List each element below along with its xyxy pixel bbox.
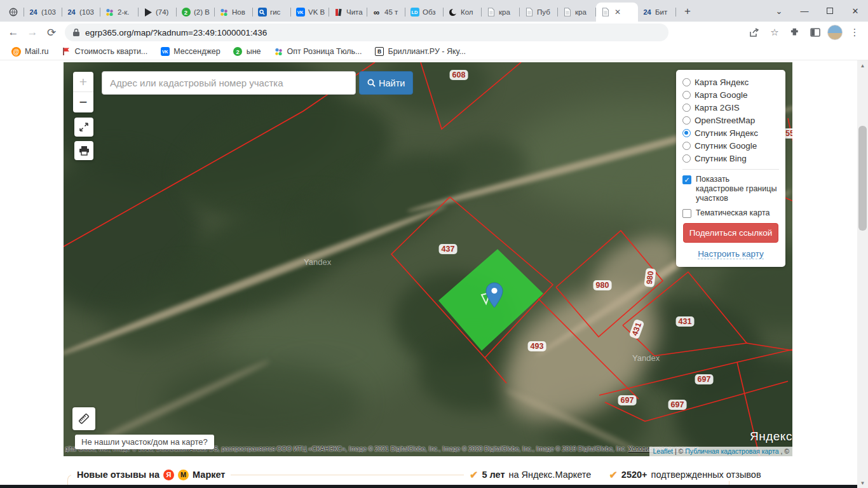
browser-tab[interactable]: кра <box>482 3 520 22</box>
scroll-down-icon[interactable]: ▼ <box>857 478 868 488</box>
base-layer-option[interactable]: Спутник Bing <box>682 152 779 165</box>
browser-tab[interactable]: Кол <box>444 3 482 22</box>
tab-label: (103 <box>41 8 58 16</box>
bookmark-label: Бриллиант.РУ - Яку... <box>388 47 466 56</box>
browser-tab[interactable]: 2-к. <box>100 3 139 22</box>
bookmark-label: ыне <box>247 47 261 56</box>
dots-favicon-icon <box>105 8 114 17</box>
browser-tab[interactable]: LDОбз <box>405 3 444 22</box>
market-label: Маркет <box>193 470 225 480</box>
scroll-up-icon[interactable]: ▲ <box>857 60 868 71</box>
browser-tab[interactable]: Пуб <box>520 3 558 22</box>
browser-tab[interactable]: ∞45 т <box>367 3 405 22</box>
base-layer-option[interactable]: Карта Google <box>682 88 779 101</box>
profile-avatar[interactable] <box>827 25 843 40</box>
browser-tab[interactable]: (74) <box>139 3 177 22</box>
kadastr-link[interactable]: Публичная кадастровая карта <box>685 447 778 455</box>
page-scrollbar[interactable]: ▲ ▼ <box>857 60 868 488</box>
doc-favicon-icon <box>600 8 610 17</box>
radio-icon <box>682 78 691 86</box>
tab-label: Бит <box>655 8 672 16</box>
bookmark-item[interactable]: Опт Розница Тюль... <box>269 45 367 58</box>
bookmark-star-icon[interactable]: ☆ <box>766 24 783 41</box>
bookmark-item[interactable]: ВБриллиант.РУ - Яку... <box>369 45 471 58</box>
browser-tab[interactable]: 2(2) В <box>177 3 215 22</box>
overlay-option[interactable]: ✓Показать кадастровые границы участков <box>682 175 779 203</box>
bookmark-item[interactable]: Стоимость кварти... <box>57 45 153 58</box>
yandex-watermark: Yandex <box>304 257 331 267</box>
browser-toolbar: ← → ⟳ egrp365.org/map/?kadnum=23:49:1000… <box>0 22 868 43</box>
tab-label: 45 т <box>384 8 401 16</box>
bookmark-label: Стоимость кварти... <box>75 47 148 56</box>
mailru-favicon-icon: @ <box>11 47 21 57</box>
fullscreen-icon <box>79 122 89 132</box>
close-window-button[interactable]: ✕ <box>843 0 868 22</box>
print-button[interactable] <box>74 141 93 160</box>
browser-tab[interactable]: Нов <box>215 3 253 22</box>
reading-list-icon[interactable] <box>807 24 824 41</box>
tab-close-icon[interactable]: ✕ <box>613 8 622 17</box>
lock-icon <box>72 28 80 37</box>
scrollbar-thumb[interactable] <box>858 126 867 231</box>
not-found-link[interactable]: Не нашли участок/дом на карте? <box>75 435 214 449</box>
browser-tab[interactable] <box>4 3 24 22</box>
fullscreen-button[interactable] <box>74 118 93 137</box>
bookmark-item[interactable]: @Mail.ru <box>6 45 54 58</box>
radio-icon <box>682 104 691 112</box>
extensions-puzzle-icon[interactable] <box>787 24 803 41</box>
measure-ruler-button[interactable] <box>72 407 95 430</box>
radio-icon <box>682 91 691 99</box>
base-layer-option[interactable]: Карта 2GIS <box>682 101 779 114</box>
new-tab-button[interactable]: + <box>679 3 696 20</box>
tab-label: (2) В <box>194 8 210 16</box>
zoom-out-button[interactable]: − <box>73 92 93 112</box>
dots-favicon-icon <box>274 47 283 57</box>
browser-tab[interactable]: кра <box>558 3 596 22</box>
printer-icon <box>79 146 90 156</box>
checkbox-icon <box>682 209 691 218</box>
back-button[interactable]: ← <box>4 23 23 42</box>
radio-icon <box>682 116 691 125</box>
tab-search-chevron-icon[interactable]: ⌄ <box>766 0 792 22</box>
overlay-option[interactable]: Тематическая карта <box>682 208 779 218</box>
address-bar[interactable]: egrp365.org/map/?kadnum=23:49:1000001:43… <box>65 24 668 41</box>
cadastral-map[interactable]: 60843749398098043143169769769755YandexYa… <box>64 62 792 456</box>
vk-favicon-icon: VK <box>295 8 305 17</box>
browser-tab-active[interactable]: ✕ <box>596 3 638 22</box>
share-icon[interactable] <box>746 24 763 41</box>
minimize-button[interactable]: — <box>792 0 817 22</box>
browser-tab[interactable]: Чита <box>329 3 367 22</box>
browser-tab[interactable]: 24(103 <box>62 3 100 22</box>
base-layer-option[interactable]: OpenStreetMap <box>682 114 779 126</box>
forward-button[interactable]: → <box>23 23 42 42</box>
tab-label: (103 <box>79 8 96 16</box>
badge-years-text: на Яндекс.Маркете <box>509 470 592 480</box>
browser-tab[interactable]: 24(103 <box>24 3 62 22</box>
configure-map-link[interactable]: Настроить карту <box>698 249 764 259</box>
book-favicon-icon <box>334 8 343 17</box>
search-button[interactable]: Найти <box>359 71 413 95</box>
base-layer-option[interactable]: Спутник Яндекс <box>682 126 779 139</box>
yandex-watermark: Yandex <box>632 353 660 363</box>
bookmark-item[interactable]: VKМессенджер <box>155 45 225 58</box>
browser-menu-icon[interactable]: ⋮ <box>846 24 863 41</box>
parcel-label: 697 <box>695 374 714 384</box>
page-content: 60843749398098043143169769769755YandexYa… <box>0 60 868 488</box>
base-layer-list: Карта ЯндексКарта GoogleКарта 2GISOpenSt… <box>682 76 779 165</box>
base-layer-option[interactable]: Спутник Google <box>682 139 779 152</box>
zoom-in-button[interactable]: + <box>73 72 93 92</box>
t24-favicon-icon: 24 <box>29 8 38 17</box>
search-input[interactable] <box>102 71 356 95</box>
badge-reviews-text: подтвержденных отзывов <box>651 470 761 480</box>
reviews-badges: ✔ 5 лет на Яндекс.Маркете ✔ 2520+ подтве… <box>464 468 767 481</box>
browser-tab[interactable]: гис <box>253 3 291 22</box>
reload-button[interactable]: ⟳ <box>42 23 61 42</box>
bookmark-item[interactable]: 2ыне <box>228 45 266 58</box>
maximize-button[interactable] <box>817 0 843 22</box>
leaflet-link[interactable]: Leaflet <box>653 447 673 455</box>
browser-tab[interactable]: VKVK В <box>291 3 329 22</box>
base-layer-option[interactable]: Карта Яндекс <box>682 76 779 88</box>
tab-label: (74) <box>156 8 172 16</box>
browser-tab[interactable]: 24Бит <box>638 3 676 22</box>
share-link-button[interactable]: Поделиться ссылкой <box>683 223 778 243</box>
